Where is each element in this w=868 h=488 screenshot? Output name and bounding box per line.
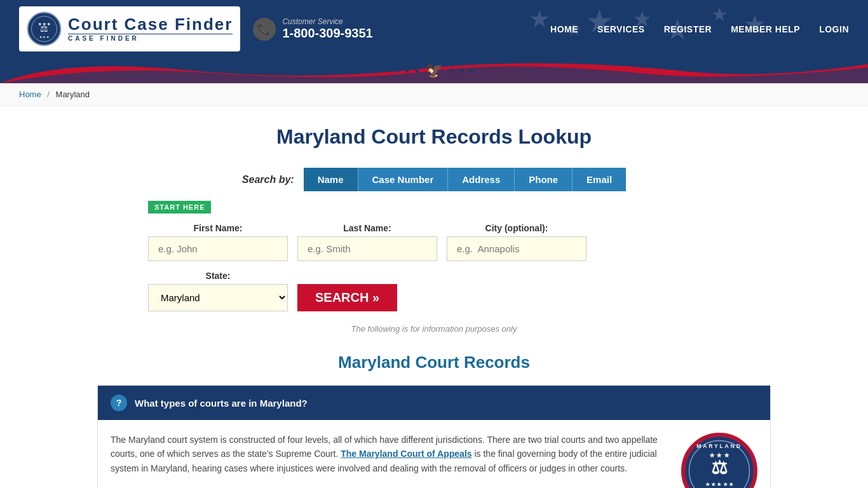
customer-service-label: Customer Service (282, 17, 372, 26)
maryland-court-appeals-link[interactable]: The Maryland Court of Appeals (341, 449, 471, 459)
phone-icon: 📞 (253, 18, 276, 41)
search-by-label: Search by: (242, 174, 294, 186)
faq-question-text-0: What types of courts are in Maryland? (135, 398, 308, 409)
tab-phone[interactable]: Phone (514, 168, 572, 191)
stars-left: ★ ★ ★ (393, 66, 421, 75)
start-here-badge: START HERE (148, 201, 211, 214)
last-name-input[interactable] (297, 236, 437, 261)
customer-service-text: Customer Service 1-800-309-9351 (282, 17, 372, 41)
maryland-seal-svg: MARYLAND ★ ★ ★ ⚖ ★ ★ ★ ★ ★ (681, 435, 757, 488)
breadcrumb-home[interactable]: Home (19, 90, 41, 99)
search-by-row: Search by: Name Case Number Address Phon… (97, 168, 771, 191)
tab-email[interactable]: Email (572, 168, 626, 191)
main-content: Maryland Court Records Lookup Search by:… (85, 106, 783, 488)
star-5: ★ (458, 66, 465, 75)
last-name-group: Last Name: (297, 223, 437, 261)
site-header: ★ ★ ★ ★ ★ ★ ★ ★ ★ ★ ⚖ ★ ★ ★ Court Case F… (0, 0, 868, 58)
city-input[interactable] (447, 236, 587, 261)
tab-case-number[interactable]: Case Number (358, 168, 448, 191)
first-name-group: First Name: (148, 223, 288, 261)
state-group: State: Maryland (148, 271, 288, 311)
stars-right: ★ ★ ★ (448, 66, 475, 75)
search-button[interactable]: SEARCH » (297, 284, 397, 311)
faq-header-0[interactable]: ? What types of courts are in Maryland? (98, 386, 770, 420)
faq-paragraph-0: The Maryland court system is constructed… (111, 433, 668, 475)
svg-text:★ ★ ★ ★ ★: ★ ★ ★ ★ ★ (705, 482, 733, 487)
logo-tagline: CASE FINDER (68, 34, 233, 42)
breadcrumb-current: Maryland (56, 90, 90, 99)
logo-text: Court Case Finder CASE FINDER (68, 16, 233, 42)
svg-text:MARYLAND: MARYLAND (696, 443, 742, 449)
last-name-label: Last Name: (297, 223, 437, 233)
header-left: ★ ★ ★ ⚖ ★ ★ ★ Court Case Finder CASE FIN… (19, 6, 373, 51)
faq-item-0: ? What types of courts are in Maryland? … (97, 385, 771, 488)
nav-login[interactable]: LOGIN (819, 24, 849, 34)
nav-home[interactable]: HOME (550, 24, 578, 34)
faq-text-0: The Maryland court system is constructed… (111, 433, 668, 488)
star-4: ★ (448, 66, 455, 75)
svg-text:⚖: ⚖ (40, 24, 48, 34)
city-label: City (optional): (447, 223, 587, 233)
logo-court-label: Court Case Finder (68, 16, 233, 32)
info-note: The following is for information purpose… (97, 324, 771, 334)
maryland-seal: MARYLAND ★ ★ ★ ⚖ ★ ★ ★ ★ ★ (681, 433, 757, 488)
search-form: First Name: Last Name: City (optional): … (148, 223, 720, 311)
nav-register[interactable]: REGISTER (664, 24, 712, 34)
customer-service-phone: 1-800-309-9351 (282, 26, 372, 41)
logo-seal-icon: ★ ★ ★ ⚖ ★ ★ ★ (27, 11, 62, 46)
faq-body-0: The Maryland court system is constructed… (98, 420, 770, 488)
first-name-input[interactable] (148, 236, 288, 261)
breadcrumb-separator: / (47, 90, 50, 99)
nav-member-help[interactable]: MEMBER HELP (731, 24, 800, 34)
customer-service: 📞 Customer Service 1-800-309-9351 (253, 17, 372, 41)
faq-question-icon: ? (111, 395, 127, 411)
first-name-label: First Name: (148, 223, 288, 233)
breadcrumb: Home / Maryland (0, 83, 868, 106)
site-logo[interactable]: ★ ★ ★ ⚖ ★ ★ ★ Court Case Finder CASE FIN… (19, 6, 240, 51)
main-nav: HOME SERVICES REGISTER MEMBER HELP LOGIN (550, 24, 849, 34)
eagle-icon: 🦅 (426, 62, 443, 79)
nav-services[interactable]: SERVICES (597, 24, 645, 34)
tab-name[interactable]: Name (304, 168, 358, 191)
star-2: ★ (403, 66, 410, 75)
star-3: ★ (414, 66, 421, 75)
page-title: Maryland Court Records Lookup (97, 125, 771, 149)
star-1: ★ (393, 66, 400, 75)
records-section-title: Maryland Court Records (97, 353, 771, 372)
star-6: ★ (468, 66, 475, 75)
eagle-band: ★ ★ ★ 🦅 ★ ★ ★ (0, 58, 868, 83)
svg-text:★ ★ ★: ★ ★ ★ (39, 35, 50, 39)
state-select[interactable]: Maryland (148, 284, 288, 311)
city-group: City (optional): (447, 223, 587, 261)
svg-text:⚖: ⚖ (711, 458, 728, 478)
tab-address[interactable]: Address (447, 168, 514, 191)
search-container: Search by: Name Case Number Address Phon… (97, 168, 771, 311)
state-label: State: (148, 271, 288, 281)
eagle-center: ★ ★ ★ 🦅 ★ ★ ★ (393, 62, 475, 79)
